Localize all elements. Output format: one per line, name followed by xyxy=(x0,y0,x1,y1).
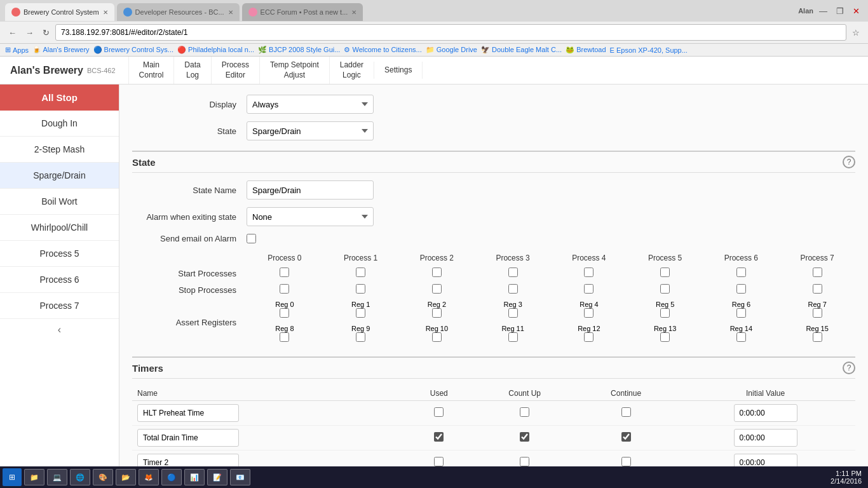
tab-forum[interactable]: ECC Forum • Post a new t... ✕ xyxy=(242,3,363,21)
bookmark-alans[interactable]: 🍺 Alan's Brewery xyxy=(32,46,89,54)
state-select[interactable]: Sparge/Drain Dough In 2-Step Mash Boil W… xyxy=(247,121,374,140)
timer2-used[interactable] xyxy=(434,457,444,466)
start-p4[interactable] xyxy=(584,268,593,277)
sidebar-item-process6[interactable]: Process 6 xyxy=(0,267,119,293)
timer1-countup[interactable] xyxy=(520,432,529,442)
reg13[interactable] xyxy=(660,332,670,342)
nav-settings[interactable]: Settings xyxy=(374,62,423,79)
taskbar-file-explorer[interactable]: 📁 xyxy=(24,469,44,484)
bookmark-drive[interactable]: 📁 Google Drive xyxy=(426,46,477,54)
stop-p4[interactable] xyxy=(584,284,593,294)
timer2-continue[interactable] xyxy=(621,457,631,466)
bookmark-citizens[interactable]: ⚙ Welcome to Citizens... xyxy=(344,46,421,54)
email-checkbox[interactable] xyxy=(247,234,256,243)
bookmark-bjcp[interactable]: 🌿 BJCP 2008 Style Gui... xyxy=(258,46,340,54)
reg7[interactable] xyxy=(813,308,822,318)
bookmark-epson[interactable]: E Epson XP-420, Supp... xyxy=(610,46,688,54)
reg9[interactable] xyxy=(356,332,365,342)
close-btn[interactable]: ✕ xyxy=(850,4,863,18)
sidebar-item-boil-wort[interactable]: Boil Wort xyxy=(0,189,119,215)
taskbar-ie[interactable]: 🌐 xyxy=(70,469,90,484)
tab-developer[interactable]: Developer Resources - BC... ✕ xyxy=(117,3,240,21)
bookmark-bcs[interactable]: 🔵 Brewery Control Sys... xyxy=(93,46,173,54)
sidebar-item-2step-mash[interactable]: 2-Step Mash xyxy=(0,137,119,163)
reg0[interactable] xyxy=(280,308,289,318)
timer0-continue[interactable] xyxy=(621,407,631,417)
taskbar-chrome[interactable]: 🔵 xyxy=(161,469,182,484)
reg10[interactable] xyxy=(432,332,442,342)
timer1-used[interactable] xyxy=(434,432,444,442)
sidebar-item-process5[interactable]: Process 5 xyxy=(0,241,119,267)
reg15[interactable] xyxy=(813,332,822,342)
nav-temp-setpoint[interactable]: Temp SetpointAdjust xyxy=(259,57,329,84)
start-p5[interactable] xyxy=(660,268,670,277)
taskbar-firefox[interactable]: 🦊 xyxy=(139,469,159,484)
timer0-value[interactable] xyxy=(734,404,797,422)
reg8[interactable] xyxy=(280,332,289,342)
timer0-used[interactable] xyxy=(434,407,444,417)
nav-data-log[interactable]: DataLog xyxy=(173,57,210,84)
timer2-countup[interactable] xyxy=(520,457,529,466)
tab-close-btn[interactable]: ✕ xyxy=(228,9,233,16)
display-select[interactable]: Always Never Conditional xyxy=(247,95,374,114)
back-btn[interactable]: ← xyxy=(5,26,20,39)
stop-p7[interactable] xyxy=(813,284,822,294)
bookmark-brewtoad[interactable]: 🐸 Brewtoad xyxy=(566,46,606,54)
nav-ladder-logic[interactable]: LadderLogic xyxy=(329,57,374,84)
sidebar-collapse-btn[interactable]: ‹ xyxy=(0,319,119,341)
start-p2[interactable] xyxy=(432,268,442,277)
start-p3[interactable] xyxy=(508,268,518,277)
bookmark-apps[interactable]: ⊞ Apps xyxy=(5,46,29,54)
nav-main-control[interactable]: MainControl xyxy=(128,57,174,84)
sidebar-item-whirlpool[interactable]: Whirlpool/Chill xyxy=(0,215,119,241)
reg1[interactable] xyxy=(356,308,365,318)
tab-brewery-control[interactable]: Brewery Control System ✕ xyxy=(5,3,114,21)
bookmark-eagle[interactable]: 🦅 Double Eagle Malt C... xyxy=(481,46,562,54)
forward-btn[interactable]: → xyxy=(22,26,37,39)
stop-p6[interactable] xyxy=(736,284,746,294)
reg5[interactable] xyxy=(660,308,670,318)
restore-btn[interactable]: ❐ xyxy=(833,4,847,18)
bookmark-btn[interactable]: ☆ xyxy=(849,26,863,39)
minimize-btn[interactable]: — xyxy=(816,4,831,18)
stop-p3[interactable] xyxy=(508,284,518,294)
start-button[interactable]: ⊞ xyxy=(3,468,22,484)
reload-btn[interactable]: ↻ xyxy=(39,26,53,39)
taskbar-word[interactable]: 📝 xyxy=(207,469,227,484)
start-p6[interactable] xyxy=(736,268,746,277)
reg14[interactable] xyxy=(736,332,746,342)
sidebar-item-sparge-drain[interactable]: Sparge/Drain xyxy=(0,163,119,189)
address-input[interactable] xyxy=(55,24,846,41)
reg3[interactable] xyxy=(508,308,518,318)
stop-p1[interactable] xyxy=(356,284,365,294)
taskbar-excel[interactable]: 📊 xyxy=(184,469,205,484)
start-p1[interactable] xyxy=(356,268,365,277)
start-p0[interactable] xyxy=(280,268,289,277)
timer1-continue[interactable] xyxy=(621,432,631,442)
nav-process-editor[interactable]: ProcessEditor xyxy=(211,57,259,84)
timers-help-icon[interactable]: ? xyxy=(843,362,855,374)
reg12[interactable] xyxy=(584,332,593,342)
bookmark-philly[interactable]: 🔴 Philadelphia local n... xyxy=(177,46,254,54)
start-p7[interactable] xyxy=(813,268,822,277)
taskbar-paint[interactable]: 🎨 xyxy=(93,469,113,484)
state-name-input[interactable] xyxy=(247,180,374,200)
timer0-name[interactable] xyxy=(137,404,239,422)
timer1-value[interactable] xyxy=(734,429,797,447)
sidebar-item-process7[interactable]: Process 7 xyxy=(0,293,119,319)
state-help-icon[interactable]: ? xyxy=(843,156,855,168)
sidebar-item-dough-in[interactable]: Dough In xyxy=(0,111,119,137)
taskbar-outlook[interactable]: 📧 xyxy=(230,469,250,484)
tab-close-btn[interactable]: ✕ xyxy=(103,9,108,16)
taskbar-lenovo[interactable]: 💻 xyxy=(47,469,67,484)
reg4[interactable] xyxy=(584,308,593,318)
stop-p0[interactable] xyxy=(280,284,289,294)
tab-close-btn[interactable]: ✕ xyxy=(351,9,356,16)
taskbar-windows-explorer2[interactable]: 📂 xyxy=(116,469,136,484)
reg2[interactable] xyxy=(432,308,442,318)
reg11[interactable] xyxy=(508,332,518,342)
reg6[interactable] xyxy=(736,308,746,318)
stop-p5[interactable] xyxy=(660,284,670,294)
timer0-countup[interactable] xyxy=(520,407,529,417)
stop-p2[interactable] xyxy=(432,284,442,294)
